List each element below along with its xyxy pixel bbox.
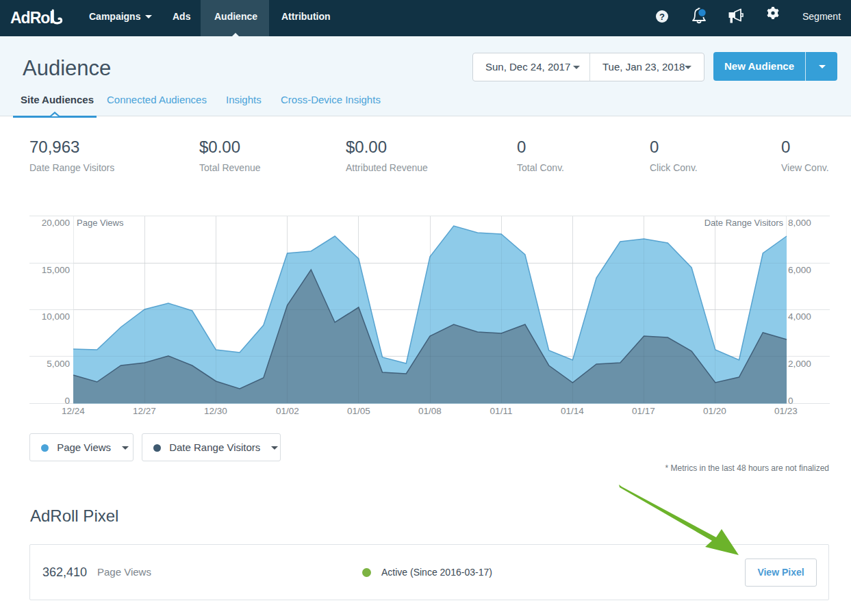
svg-text:0: 0 <box>64 396 70 406</box>
svg-text:12/30: 12/30 <box>204 406 227 416</box>
svg-text:12/27: 12/27 <box>133 406 156 416</box>
svg-text:2,000: 2,000 <box>788 359 811 369</box>
svg-text:Page Views: Page Views <box>77 218 124 228</box>
svg-text:0: 0 <box>788 396 793 406</box>
svg-text:?: ? <box>659 12 665 22</box>
svg-text:12/24: 12/24 <box>62 406 85 416</box>
svg-text:15,000: 15,000 <box>42 265 70 275</box>
svg-text:4,000: 4,000 <box>788 311 811 322</box>
svg-text:20,000: 20,000 <box>42 218 70 228</box>
svg-text:01/14: 01/14 <box>561 406 584 416</box>
svg-text:8,000: 8,000 <box>788 218 811 228</box>
svg-text:01/17: 01/17 <box>632 406 655 416</box>
svg-text:6,000: 6,000 <box>788 265 811 275</box>
svg-text:01/20: 01/20 <box>703 406 726 416</box>
svg-text:01/23: 01/23 <box>774 406 798 416</box>
svg-text:5,000: 5,000 <box>47 359 70 369</box>
svg-text:01/08: 01/08 <box>418 406 442 416</box>
svg-text:01/11: 01/11 <box>490 406 513 416</box>
svg-text:Date Range Visitors: Date Range Visitors <box>704 218 784 228</box>
svg-text:AdRol: AdRol <box>10 9 53 27</box>
svg-text:01/02: 01/02 <box>276 406 299 416</box>
svg-text:01/05: 01/05 <box>347 406 370 416</box>
svg-text:10,000: 10,000 <box>42 311 70 322</box>
